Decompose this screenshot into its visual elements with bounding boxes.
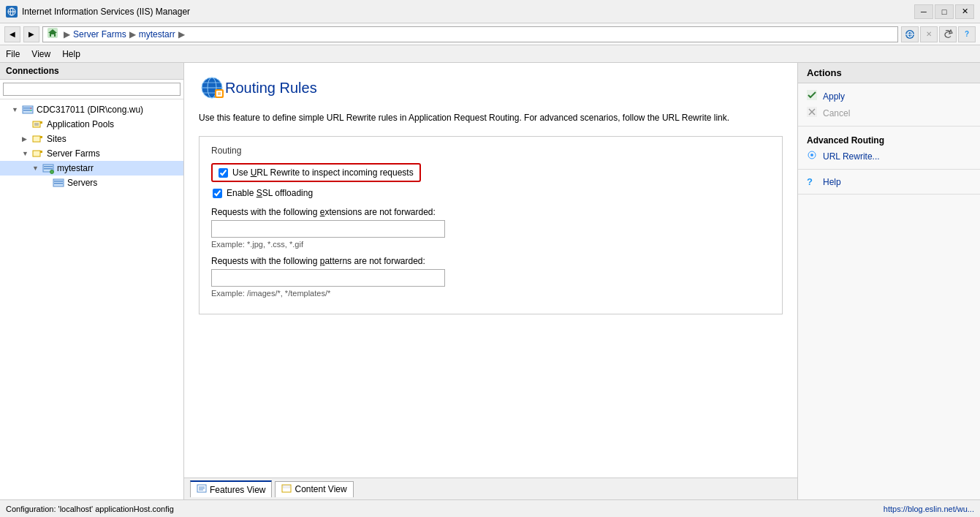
action-cancel: Cancel — [798, 105, 980, 121]
svg-point-50 — [810, 154, 813, 156]
checkbox2-row: Enable SSL offloading — [211, 188, 770, 198]
extensions-hint: Example: *.jpg, *.css, *.gif — [211, 240, 770, 249]
svg-rect-36 — [216, 91, 222, 97]
expand-icon-servers: ▶ — [42, 179, 51, 186]
tree-node-mytestarr[interactable]: ▼ mytestarr — [0, 161, 183, 176]
advanced-routing-subheader: Advanced Routing — [798, 131, 980, 148]
tree-node-mytestarr-label: mytestarr — [57, 163, 94, 173]
serverfarms-icon — [32, 148, 44, 159]
expand-icon-serverfarms: ▼ — [22, 150, 31, 157]
svg-rect-27 — [54, 181, 63, 182]
svg-rect-28 — [54, 183, 63, 184]
help-addr-button[interactable]: ? — [958, 26, 976, 42]
main-layout: Connections ▼ CDC317011 (DIR\cong.wu) — [0, 63, 980, 499]
action-apply[interactable]: Apply — [798, 88, 980, 105]
maximize-button[interactable]: □ — [935, 4, 954, 19]
menu-file[interactable]: File — [6, 49, 20, 59]
action-url-rewrite-label: URL Rewrite... — [823, 151, 880, 162]
content-main: Routing Rules Use this feature to define… — [184, 63, 797, 478]
tree-node-server[interactable]: ▼ CDC317011 (DIR\cong.wu) — [0, 102, 183, 117]
patterns-group: Requests with the following patterns are… — [211, 256, 770, 298]
content-view-icon — [281, 483, 292, 496]
connections-panel: Connections ▼ CDC317011 (DIR\cong.wu) — [0, 63, 184, 499]
features-view-icon — [197, 483, 207, 496]
home-icon[interactable] — [48, 28, 58, 40]
action-help-label: Help — [823, 177, 841, 187]
breadcrumb-sep1: ▶ — [64, 29, 70, 39]
status-left: Configuration: 'localhost' applicationHo… — [6, 505, 174, 513]
routing-legend: Routing — [211, 146, 770, 156]
svg-rect-24 — [44, 166, 53, 167]
patterns-input[interactable] — [211, 269, 445, 287]
patterns-hint: Example: /images/*, */templates/* — [211, 289, 770, 298]
address-bar: ◀ ▶ ▶ Server Farms ▶ mytestarr ▶ ✕ ? — [0, 23, 980, 45]
checkbox1-highlighted-row: Use URL Rewrite to inspect incoming requ… — [211, 163, 421, 182]
iis-link-button[interactable] — [901, 26, 919, 42]
tree-node-servers[interactable]: ▶ Servers — [0, 176, 183, 190]
action-apply-label: Apply — [823, 91, 845, 102]
mytestarr-icon — [42, 162, 54, 174]
breadcrumb-part2[interactable]: mytestarr — [139, 29, 175, 39]
checkbox1-container: Use URL Rewrite to inspect incoming requ… — [211, 163, 770, 182]
window-controls: ─ □ ✕ — [914, 4, 974, 19]
back-button[interactable]: ◀ — [4, 26, 20, 42]
tree-node-servers-label: Servers — [67, 178, 97, 188]
extensions-input[interactable] — [211, 220, 445, 238]
breadcrumb-sep3: ▶ — [178, 29, 185, 39]
expand-icon-apppools: ▶ — [22, 121, 31, 128]
actions-help-section: ? Help — [798, 170, 980, 195]
svg-rect-15 — [33, 121, 40, 127]
patterns-label: Requests with the following patterns are… — [211, 256, 770, 266]
help-icon: ? — [807, 176, 818, 187]
address-actions: ✕ ? — [901, 26, 976, 42]
cancel-icon — [807, 107, 818, 119]
use-url-rewrite-checkbox[interactable] — [219, 168, 228, 178]
tab-content-view[interactable]: Content View — [275, 481, 353, 497]
action-url-rewrite[interactable]: URL Rewrite... — [798, 148, 980, 165]
menu-view[interactable]: View — [31, 49, 50, 59]
refresh-button[interactable] — [939, 26, 957, 42]
svg-rect-19 — [33, 136, 40, 142]
svg-point-13 — [30, 107, 31, 109]
minimize-button[interactable]: ─ — [914, 4, 933, 19]
tab-features-view[interactable]: Features View — [190, 480, 272, 497]
action-cancel-label: Cancel — [823, 108, 850, 118]
close-button[interactable]: ✕ — [955, 4, 974, 19]
svg-marker-20 — [40, 136, 42, 138]
connections-search-input[interactable] — [3, 83, 181, 96]
actions-advanced-section: Advanced Routing URL Rewrite... — [798, 127, 980, 170]
connections-tree: ▼ CDC317011 (DIR\cong.wu) ▶ — [0, 99, 183, 499]
tree-node-apppools[interactable]: ▶ Application Pools — [0, 117, 183, 132]
svg-marker-22 — [40, 151, 42, 153]
server-icon — [22, 104, 34, 116]
action-help[interactable]: ? Help — [798, 174, 980, 189]
svg-rect-44 — [283, 486, 290, 488]
tab-content-view-label: Content View — [295, 484, 346, 494]
apply-icon — [807, 90, 818, 102]
tree-node-apppools-label: Application Pools — [47, 119, 114, 129]
enable-ssl-checkbox[interactable] — [213, 189, 222, 198]
connections-header: Connections — [0, 63, 183, 80]
tree-node-sites[interactable]: ▶ Sites — [0, 132, 183, 146]
svg-marker-16 — [40, 121, 42, 124]
expand-icon-sites: ▶ — [22, 135, 31, 143]
svg-rect-21 — [33, 151, 40, 156]
apppool-icon — [32, 118, 44, 130]
menu-help[interactable]: Help — [62, 49, 80, 59]
page-header: Routing Rules — [199, 75, 783, 101]
forward-button[interactable]: ▶ — [23, 26, 39, 42]
tab-features-view-label: Features View — [210, 485, 265, 495]
tree-node-server-label: CDC317011 (DIR\cong.wu) — [37, 105, 143, 115]
stop-button[interactable]: ✕ — [920, 26, 938, 42]
menu-bar: File View Help — [0, 45, 980, 63]
tree-node-sites-label: Sites — [47, 134, 67, 144]
tree-node-serverfarms-label: Server Farms — [47, 148, 100, 159]
expand-icon-server: ▼ — [12, 106, 20, 113]
routing-section: Routing Use URL Rewrite to inspect incom… — [199, 136, 783, 314]
actions-main-section: Apply Cancel — [798, 83, 980, 127]
page-title: Routing Rules — [225, 80, 317, 97]
tree-node-serverfarms[interactable]: ▼ Server Farms — [0, 146, 183, 161]
breadcrumb-part1[interactable]: Server Farms — [73, 29, 126, 39]
page-header-icon — [199, 75, 225, 101]
svg-point-14 — [30, 110, 31, 111]
